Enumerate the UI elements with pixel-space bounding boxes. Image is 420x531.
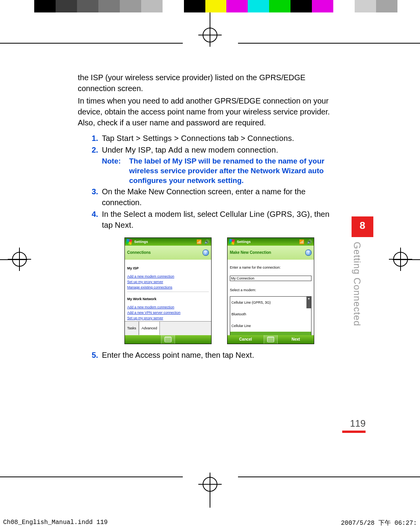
device-tabs: Tasks Advanced — [125, 321, 211, 335]
text: list, select — [181, 210, 220, 218]
step-2: Under My ISP, tap Add a new modem connec… — [100, 144, 334, 185]
link: Set up my proxy server — [127, 315, 209, 321]
link: Manage existing connections — [127, 285, 209, 290]
page-number: 119 — [342, 418, 366, 433]
ui-label: Select a modem — [124, 210, 182, 218]
start-flag-icon — [126, 239, 132, 245]
page-number-underline — [342, 431, 366, 433]
steps-list: Tap Start > Settings > Connections tab >… — [78, 133, 334, 360]
step-3: On the Make New Connection screen, enter… — [100, 186, 334, 208]
device-softkeys: Cancel Next — [228, 335, 314, 344]
paragraph: the ISP (your wireless service provider)… — [78, 72, 334, 94]
chevron-down-icon: ▾ — [306, 297, 311, 308]
start-flag-icon — [229, 239, 235, 245]
slug-file: Ch08_English_Manual.indd 119 — [3, 519, 108, 527]
screenshot-row: Settings 📶 🔊 Connections ? My ISP Add a … — [124, 237, 334, 344]
note-label: Note: — [102, 156, 129, 185]
text: Enter the Access point name, then tap — [102, 351, 236, 359]
note: Note: The label of My ISP will be rename… — [102, 156, 334, 185]
divider — [127, 292, 209, 292]
text: . — [252, 351, 254, 359]
ui-label: My ISP — [125, 146, 151, 154]
crop-mark-line — [0, 476, 183, 477]
page-content: the ISP (your wireless service provider)… — [78, 72, 334, 361]
device-titlebar: Settings 📶 🔊 — [228, 238, 314, 246]
group-header: My Work Network — [127, 294, 209, 304]
crop-mark-line — [238, 43, 420, 44]
link: Set up my proxy server — [127, 279, 209, 285]
step-5: Enter the Access point name, then tap Ne… — [100, 350, 334, 360]
link: Add a new modem connection — [127, 274, 209, 279]
slug-timestamp: 2007/5/28 下午 06:27: — [341, 519, 417, 527]
text: Tap — [102, 134, 117, 142]
text: In the — [102, 210, 124, 218]
paragraph: In times when you need to add another GP… — [78, 95, 334, 128]
chapter-number: 8 — [352, 216, 373, 237]
softkey-left — [125, 335, 161, 344]
text: . — [131, 221, 134, 229]
connection-name-input — [230, 276, 312, 281]
menu-path: Start > Settings > Connections — [117, 134, 226, 142]
device-subheader: Make New Connection ? — [228, 246, 314, 260]
step-4: In the Select a modem list, select Cellu… — [100, 209, 334, 344]
softkey-right: Next — [278, 335, 314, 344]
subheader-text: Make New Connection — [230, 247, 271, 258]
text: , tap — [151, 146, 168, 154]
calibration-color-bar — [34, 0, 397, 12]
registration-mark-icon — [198, 23, 222, 47]
step-1: Tap Start > Settings > Connections tab >… — [100, 133, 334, 144]
ui-label: Add a new modem connection — [168, 146, 276, 154]
crop-mark-line — [238, 476, 420, 477]
link: Add a new modem connection — [127, 304, 209, 310]
screenshot-make-new-connection: Settings 📶 🔊 Make New Connection ? Enter… — [227, 237, 314, 344]
device-softkeys — [125, 335, 211, 344]
screenshot-connections: Settings 📶 🔊 Connections ? My ISP Add a … — [124, 237, 212, 344]
link: Add a new VPN server connection — [127, 310, 209, 315]
volume-icon: 🔊 — [307, 237, 312, 247]
device-body: My ISP Add a new modem connection Set up… — [125, 260, 211, 321]
page-number-text: 119 — [350, 418, 366, 429]
group-header: My ISP — [127, 263, 209, 274]
signal-icon: 📶 — [196, 237, 202, 247]
device-subheader: Connections ? — [125, 246, 211, 260]
ui-label: Next — [236, 351, 252, 359]
help-icon: ? — [305, 250, 312, 256]
device-titlebar: Settings 📶 🔊 — [125, 238, 211, 246]
chapter-title: Getting Connected — [352, 237, 368, 326]
chapter-side-tab: 8 Getting Connected — [352, 216, 373, 326]
keyboard-icon — [161, 335, 175, 344]
device-body: Enter a name for the connection: Select … — [228, 260, 314, 335]
softkey-left: Cancel — [228, 335, 264, 344]
menu-path: Connections — [247, 134, 292, 142]
volume-icon: 🔊 — [204, 237, 210, 247]
field-label: Enter a name for the connection: — [230, 262, 312, 273]
subheader-text: Connections — [127, 247, 151, 258]
registration-mark-icon — [198, 473, 222, 496]
text: . — [276, 146, 278, 154]
ui-label: Next — [115, 221, 131, 229]
slug-line: Ch08_English_Manual.indd 119 2007/5/28 下… — [0, 519, 420, 527]
keyboard-icon — [264, 335, 278, 344]
tab-active: Advanced — [139, 321, 160, 335]
registration-mark-icon — [8, 248, 31, 271]
help-icon: ? — [203, 250, 209, 256]
option: Bluetooth — [230, 308, 311, 320]
text: tab > — [226, 134, 247, 142]
ui-label: Cellular Line (GPRS, 3G) — [220, 210, 310, 218]
registration-mark-icon — [389, 248, 412, 271]
option: Cellular Line — [230, 320, 311, 332]
modem-select: Cellular Line (GPRS, 3G)▾ Bluetooth Cell… — [230, 296, 312, 335]
field-label: Select a modem: — [230, 285, 312, 295]
text: . — [292, 134, 294, 142]
select-value: Cellular Line (GPRS, 3G) — [230, 297, 306, 308]
crop-mark-line — [0, 43, 183, 44]
signal-icon: 📶 — [299, 237, 304, 247]
note-body: The label of My ISP will be renamed to t… — [129, 156, 334, 185]
text: Under — [102, 146, 125, 154]
softkey-right — [175, 335, 211, 344]
tab: Tasks — [125, 322, 139, 335]
